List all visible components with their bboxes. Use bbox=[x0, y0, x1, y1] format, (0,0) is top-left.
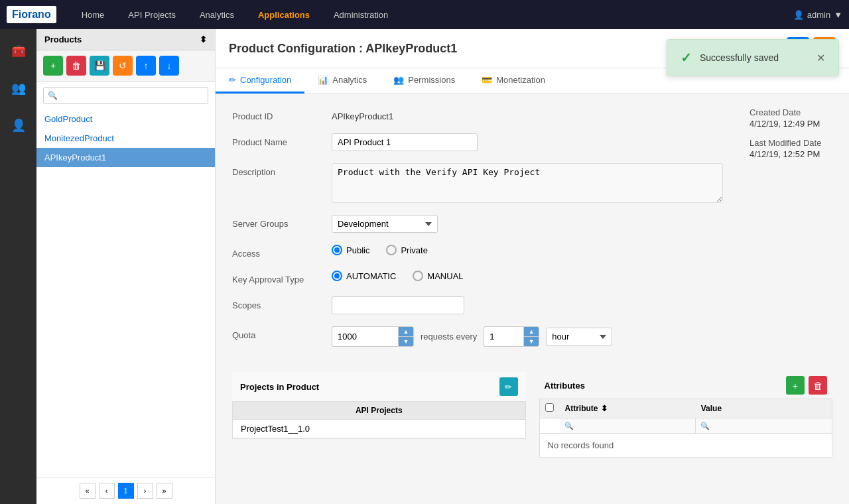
products-header: Products ⬍ bbox=[36, 29, 215, 50]
page-last[interactable]: » bbox=[157, 483, 172, 499]
product-id-row: Product ID APIkeyProduct1 bbox=[232, 107, 723, 121]
product-item-monitezed[interactable]: MonitezedProduct bbox=[36, 129, 215, 148]
quota-controls: ▲ ▼ requests every ▲ bbox=[332, 326, 612, 347]
quota-input[interactable] bbox=[332, 326, 398, 347]
main-content: ✓ Successfully saved ✕ Product Configura… bbox=[216, 29, 849, 504]
description-input[interactable]: Product with the Verify API Key Project bbox=[332, 163, 723, 203]
sidebar-icon-user[interactable]: 👤 bbox=[7, 113, 31, 137]
attr-filter-value-input[interactable] bbox=[696, 418, 832, 433]
download-product-button[interactable]: ↓ bbox=[159, 56, 179, 76]
requests-input-wrap: ▲ ▼ bbox=[484, 326, 539, 347]
product-name-label: Product Name bbox=[232, 133, 332, 147]
toast-close-button[interactable]: ✕ bbox=[816, 52, 825, 64]
key-approval-label: Key Approval Type bbox=[232, 271, 332, 284]
refresh-product-button[interactable]: ↺ bbox=[113, 56, 133, 76]
tab-monetization-label: Monetization bbox=[496, 75, 545, 85]
tab-configuration[interactable]: ✏ Configuration bbox=[216, 68, 304, 94]
product-item-gold[interactable]: GoldProduct bbox=[36, 109, 215, 129]
user-icon: 👤 bbox=[793, 10, 804, 20]
add-product-button[interactable]: + bbox=[43, 56, 63, 76]
page-first[interactable]: « bbox=[80, 483, 96, 499]
nav-user[interactable]: 👤 admin ▼ bbox=[793, 10, 842, 20]
products-title: Products bbox=[44, 34, 82, 44]
access-public-radio[interactable]: Public bbox=[332, 245, 369, 255]
attributes-section: Attributes + 🗑 Attribute ⬍ bbox=[539, 372, 833, 458]
add-attribute-button[interactable]: + bbox=[786, 376, 805, 395]
scopes-label: Scopes bbox=[232, 296, 332, 310]
sidebar-icon-users[interactable]: 👥 bbox=[7, 76, 31, 100]
form-col-right: Created Date 4/12/19, 12:49 PM Last Modi… bbox=[750, 107, 832, 359]
requests-input[interactable] bbox=[484, 326, 523, 347]
page-next[interactable]: › bbox=[137, 483, 153, 499]
attr-title: Attributes bbox=[545, 381, 585, 391]
access-private-radio[interactable]: Private bbox=[386, 245, 427, 255]
nav-analytics[interactable]: Analytics bbox=[188, 0, 246, 29]
quota-down-button[interactable]: ▼ bbox=[399, 337, 413, 346]
key-approval-auto-radio[interactable]: AUTOMATIC bbox=[332, 271, 396, 281]
key-approval-row: Key Approval Type AUTOMATIC MANUAL bbox=[232, 271, 723, 284]
page-prev[interactable]: ‹ bbox=[99, 483, 115, 499]
key-approval-manual-radio[interactable]: MANUAL bbox=[413, 271, 463, 281]
attribute-col-label: Attribute bbox=[565, 404, 598, 413]
edit-projects-button[interactable]: ✏ bbox=[499, 377, 518, 396]
attr-cb-header bbox=[540, 399, 560, 418]
access-public-circle bbox=[332, 245, 342, 255]
requests-down-button[interactable]: ▼ bbox=[524, 337, 539, 346]
attr-header-row: Attributes + 🗑 bbox=[539, 372, 833, 399]
tab-config-label: Configuration bbox=[240, 75, 291, 85]
attr-table-header: Attribute ⬍ Value bbox=[540, 399, 832, 418]
requests-up-button[interactable]: ▲ bbox=[524, 327, 539, 336]
quota-row: Quota ▲ ▼ requests every bbox=[232, 326, 723, 347]
product-list: GoldProduct MonitezedProduct APIkeyProdu… bbox=[36, 109, 215, 477]
products-toolbar: + 🗑 💾 ↺ ↑ ↓ bbox=[36, 50, 215, 82]
quota-up-button[interactable]: ▲ bbox=[399, 327, 413, 336]
sidebar-icon-briefcase[interactable]: 🧰 bbox=[7, 39, 31, 63]
nav-administration[interactable]: Administration bbox=[322, 0, 400, 29]
pagination: « ‹ 1 › » bbox=[36, 477, 215, 504]
api-projects-header: API Projects bbox=[233, 402, 525, 420]
page-1[interactable]: 1 bbox=[118, 483, 134, 499]
attr-filter-wrap-value: 🔍 bbox=[696, 418, 832, 433]
delete-product-button[interactable]: 🗑 bbox=[66, 56, 86, 76]
tab-analytics[interactable]: 📊 Analytics bbox=[304, 68, 380, 94]
attr-col-value-header: Value bbox=[696, 400, 832, 417]
upload-product-button[interactable]: ↑ bbox=[136, 56, 156, 76]
sort-icon[interactable]: ⬍ bbox=[200, 34, 207, 44]
save-product-button[interactable]: 💾 bbox=[90, 56, 109, 76]
product-item-apikey[interactable]: APIkeyProduct1 bbox=[36, 148, 215, 167]
scopes-input[interactable] bbox=[332, 296, 464, 314]
search-icon: 🔍 bbox=[48, 91, 58, 100]
attr-select-all-checkbox[interactable] bbox=[545, 403, 554, 412]
key-approval-auto-label: AUTOMATIC bbox=[346, 271, 396, 281]
delete-attribute-button[interactable]: 🗑 bbox=[809, 376, 827, 395]
nav-applications[interactable]: Applications bbox=[246, 0, 322, 29]
attr-filter-cb bbox=[540, 418, 560, 433]
product-search-input[interactable] bbox=[43, 87, 208, 104]
access-label: Access bbox=[232, 245, 332, 259]
time-unit-select[interactable]: hour bbox=[546, 328, 612, 346]
scopes-row: Scopes bbox=[232, 296, 723, 314]
last-modified-label: Last Modified Date bbox=[750, 138, 832, 148]
attr-filter-attribute-input[interactable] bbox=[560, 418, 696, 433]
attr-filter-row: 🔍 🔍 bbox=[540, 418, 832, 434]
analytics-icon: 📊 bbox=[318, 75, 328, 85]
nav-api-projects[interactable]: API Projects bbox=[116, 0, 188, 29]
sidebar-icons: 🧰 👥 👤 bbox=[0, 29, 36, 504]
access-row: Access Public Private bbox=[232, 245, 723, 259]
tab-permissions[interactable]: 👥 Permissions bbox=[380, 68, 468, 94]
quota-input-wrap: ▲ ▼ bbox=[332, 326, 414, 347]
bottom-section: Projects in Product ✏ API Projects Proje… bbox=[216, 372, 849, 471]
logo-text: Fiorano bbox=[12, 9, 51, 20]
last-modified-value: 4/12/19, 12:52 PM bbox=[750, 149, 832, 159]
product-name-input[interactable] bbox=[332, 133, 478, 151]
user-name: admin bbox=[807, 10, 830, 20]
server-groups-select[interactable]: Development bbox=[332, 215, 438, 233]
nav-home[interactable]: Home bbox=[70, 0, 117, 29]
key-approval-auto-circle bbox=[332, 271, 342, 281]
key-approval-radio-group: AUTOMATIC MANUAL bbox=[332, 271, 464, 281]
tab-monetization[interactable]: 💳 Monetization bbox=[468, 68, 558, 94]
top-nav: Fiorano Home API Projects Analytics Appl… bbox=[0, 0, 849, 29]
attr-sort-icon[interactable]: ⬍ bbox=[601, 404, 608, 413]
projects-title: Projects in Product bbox=[240, 382, 319, 392]
created-date-meta: Created Date 4/12/19, 12:49 PM bbox=[750, 107, 832, 129]
